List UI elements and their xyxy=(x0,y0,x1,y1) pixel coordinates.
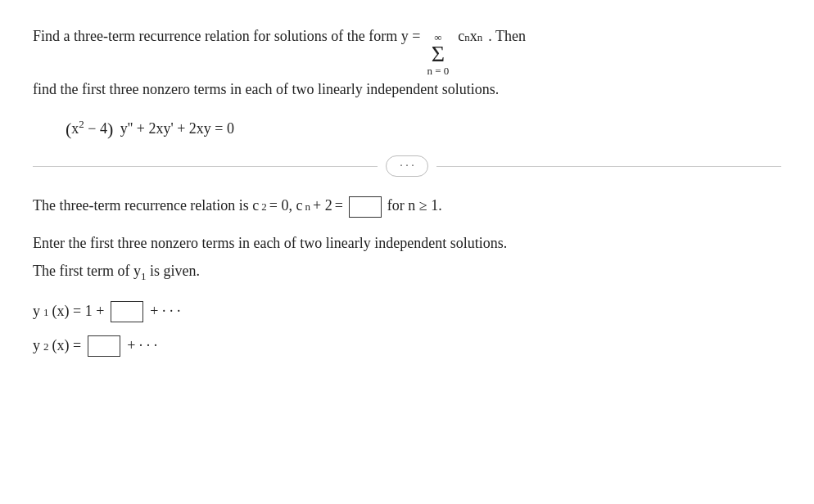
sigma-symbol: Σ xyxy=(432,43,445,65)
recurrence-for: for n ≥ 1. xyxy=(387,191,442,219)
enter-line2: The first term of y1 is given. xyxy=(33,257,781,285)
divider-dots: · · · xyxy=(386,155,428,177)
recurrence-eq-sign: = xyxy=(335,191,343,219)
divider-line-left xyxy=(33,166,378,167)
x-letter: x xyxy=(470,25,477,48)
y1-dots: + · · · xyxy=(150,297,180,325)
recurrence-eq-zero: = 0, c xyxy=(269,191,303,219)
enter-line2-text: The first term of y xyxy=(33,263,141,279)
recurrence-input[interactable] xyxy=(349,196,382,218)
y2-arg: (x) = xyxy=(52,331,82,359)
equation-display: (x2 − 4) y'' + 2xy' + 2xy = 0 xyxy=(66,116,781,141)
y2-label: y xyxy=(33,331,40,359)
enter-text: Enter the first three nonzero terms in e… xyxy=(33,229,781,285)
paren-right: ) xyxy=(107,119,113,139)
y2-dots: + · · · xyxy=(127,331,157,359)
y-solutions: y1 (x) = 1 + + · · · y2 (x) = + · · · xyxy=(33,297,781,359)
x2-sup: 2 xyxy=(79,118,84,130)
enter-line1: Enter the first three nonzero terms in e… xyxy=(33,229,781,257)
divider-row: · · · xyxy=(33,155,781,177)
recurrence-line: The three-term recurrence relation is c2… xyxy=(33,191,781,219)
y1-input[interactable] xyxy=(111,301,143,322)
y2-input[interactable] xyxy=(88,335,120,357)
recurrence-intro: The three-term recurrence relation is c xyxy=(33,191,259,219)
eq-rest: y'' + 2xy' + 2xy = 0 xyxy=(116,120,234,137)
y1-line: y1 (x) = 1 + + · · · xyxy=(33,297,781,325)
then-text: . Then xyxy=(488,25,526,48)
intro-line: Find a three-term recurrence relation fo… xyxy=(33,25,781,76)
enter-line2-end: is given. xyxy=(150,263,200,279)
c-letter: c xyxy=(458,25,464,48)
second-line-text: find the first three nonzero terms in ea… xyxy=(33,78,781,101)
second-line: find the first three nonzero terms in ea… xyxy=(33,81,499,97)
intro-text: Find a three-term recurrence relation fo… xyxy=(33,25,420,48)
y1-arg: (x) = 1 + xyxy=(52,297,105,325)
y2-line: y2 (x) = + · · · xyxy=(33,331,781,359)
sigma-expression: ∞ Σ n = 0 xyxy=(427,32,449,76)
sigma-bottom: n = 0 xyxy=(427,65,449,76)
plus2-text: + 2 xyxy=(313,191,332,219)
answer-block: The three-term recurrence relation is c2… xyxy=(33,191,781,359)
y1-sub-ref: 1 xyxy=(141,270,147,282)
divider-line-right xyxy=(436,166,781,167)
dots-text: · · · xyxy=(400,160,414,172)
sigma-term: cnxn xyxy=(458,25,482,48)
eq-inner: x2 − 4 xyxy=(71,120,107,137)
y1-label: y xyxy=(33,297,40,325)
question-block: Find a three-term recurrence relation fo… xyxy=(33,25,781,141)
